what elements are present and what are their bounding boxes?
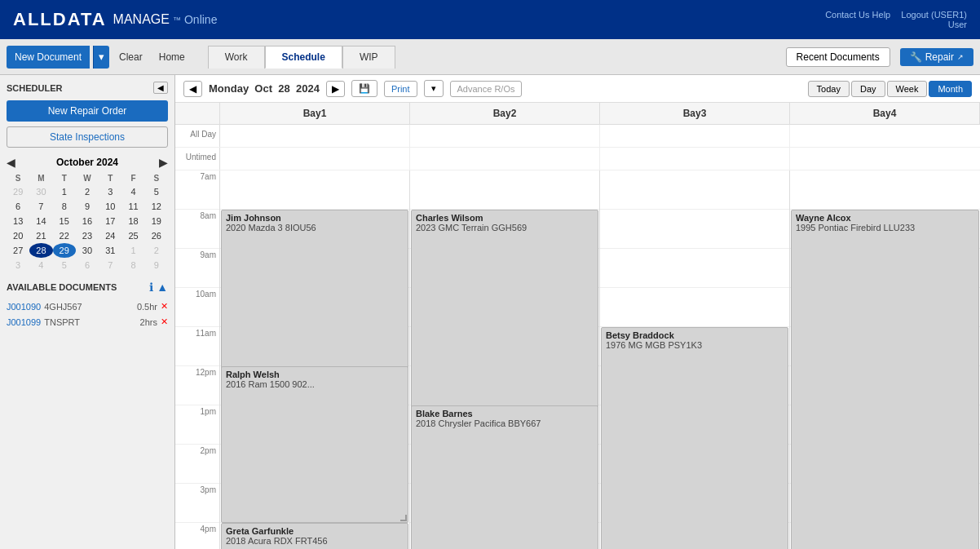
cal-prev-button[interactable]: ◀: [7, 156, 15, 169]
cal-day-cell[interactable]: 30: [76, 243, 99, 258]
repair-button[interactable]: 🔧 Repair ↗: [900, 48, 973, 66]
doc-id-link[interactable]: J001090: [7, 302, 41, 312]
advance-ros-button[interactable]: Advance R/Os: [450, 81, 523, 97]
untimed-bay2[interactable]: [410, 148, 600, 170]
schedule-prev-button[interactable]: ◀: [183, 81, 202, 97]
bay-time-slot[interactable]: [790, 170, 980, 210]
appointment-block[interactable]: Betsy Braddock 1976 MG MGB PSY1K3: [601, 327, 788, 549]
cal-day-cell[interactable]: 18: [121, 214, 144, 228]
cal-day-cell[interactable]: 25: [121, 228, 144, 243]
cal-next-button[interactable]: ▶: [159, 156, 168, 169]
cal-day-cell[interactable]: 19: [145, 214, 168, 228]
bay-time-slot[interactable]: [220, 170, 409, 210]
avail-docs-expand-button[interactable]: ▲: [157, 281, 168, 294]
cal-day-cell[interactable]: 13: [7, 214, 29, 228]
cal-day-cell[interactable]: 9: [145, 258, 168, 272]
cal-day-cell[interactable]: 2: [145, 243, 168, 258]
cal-day-cell[interactable]: 26: [145, 228, 168, 243]
new-repair-order-button[interactable]: New Repair Order: [7, 100, 168, 122]
cal-day-cell[interactable]: 2: [76, 184, 99, 199]
clear-button[interactable]: Clear: [113, 51, 149, 63]
schedule-next-button[interactable]: ▶: [326, 81, 345, 97]
tab-schedule[interactable]: Schedule: [265, 46, 342, 69]
untimed-bay3[interactable]: [600, 148, 790, 170]
cal-day-cell[interactable]: 7: [29, 199, 52, 214]
view-week-button[interactable]: Week: [887, 81, 928, 97]
bay-time-slot[interactable]: [600, 249, 789, 288]
all-day-bay3[interactable]: [600, 125, 790, 147]
doc-delete-button[interactable]: ✕: [161, 301, 168, 312]
all-day-bay1[interactable]: [220, 125, 410, 147]
untimed-bay1[interactable]: [220, 148, 410, 170]
cal-day-cell[interactable]: 20: [7, 228, 29, 243]
bay-time-slot[interactable]: [600, 288, 789, 327]
cal-day-cell[interactable]: 3: [99, 184, 121, 199]
bay-column-1[interactable]: Jim Johnson 2020 Mazda 3 8IOU56 Ralph We…: [220, 170, 410, 549]
cal-day-cell[interactable]: 23: [76, 228, 99, 243]
cal-day-cell[interactable]: 28: [29, 243, 52, 258]
bay-column-4[interactable]: Wayne Alcox 1995 Pontiac Firebird LLU233: [790, 170, 980, 549]
tab-work[interactable]: Work: [208, 46, 265, 69]
cal-day-cell[interactable]: 29: [53, 243, 76, 258]
view-today-button[interactable]: Today: [808, 81, 850, 97]
bay-time-slot[interactable]: [600, 170, 789, 210]
appointment-block[interactable]: Greta Garfunkle 2018 Acura RDX FRT456: [221, 523, 408, 549]
logout-link[interactable]: Logout (USER1): [901, 10, 967, 20]
cal-day-cell[interactable]: 1: [53, 184, 76, 199]
appointment-block[interactable]: Wayne Alcox 1995 Pontiac Firebird LLU233: [791, 210, 979, 549]
cal-day-cell[interactable]: 22: [53, 228, 76, 243]
cal-day-cell[interactable]: 4: [29, 258, 52, 272]
schedule-dropdown-button[interactable]: ▾: [424, 80, 444, 97]
new-document-dropdown[interactable]: ▾: [93, 46, 109, 69]
header-links[interactable]: Contact Us Help Logout (USER1): [825, 10, 967, 20]
cal-day-cell[interactable]: 8: [53, 199, 76, 214]
appointment-block[interactable]: Blake Barnes 2018 Chrysler Pacifica BBY6…: [411, 405, 598, 549]
state-inspections-button[interactable]: State Inspections: [7, 126, 168, 148]
new-document-button[interactable]: New Document: [7, 46, 90, 69]
bay-time-slot[interactable]: [410, 170, 599, 210]
appointment-block[interactable]: Ralph Welsh 2016 Ram 1500 902...: [221, 366, 408, 523]
cal-day-cell[interactable]: 7: [99, 258, 121, 272]
cal-day-cell[interactable]: 1: [121, 243, 144, 258]
cal-day-cell[interactable]: 30: [29, 184, 52, 199]
cal-day-cell[interactable]: 31: [99, 243, 121, 258]
view-month-button[interactable]: Month: [929, 81, 972, 97]
cal-day-cell[interactable]: 6: [76, 258, 99, 272]
cal-day-cell[interactable]: 4: [121, 184, 144, 199]
all-day-bay2[interactable]: [410, 125, 600, 147]
bay-column-2[interactable]: Charles Wilsom 2023 GMC Terrain GGH569 B…: [410, 170, 600, 549]
home-button[interactable]: Home: [152, 51, 192, 63]
appt-resize-handle[interactable]: [400, 515, 407, 521]
cal-day-cell[interactable]: 24: [99, 228, 121, 243]
avail-docs-info-button[interactable]: ℹ: [149, 281, 153, 294]
cal-day-cell[interactable]: 10: [99, 199, 121, 214]
sidebar-collapse-button[interactable]: ◀: [153, 82, 168, 94]
all-day-bay4[interactable]: [790, 125, 980, 147]
cal-day-cell[interactable]: 12: [145, 199, 168, 214]
contact-help-link[interactable]: Contact Us Help: [825, 10, 890, 20]
doc-delete-button[interactable]: ✕: [161, 317, 168, 327]
cal-day-cell[interactable]: 5: [145, 184, 168, 199]
bay-column-3[interactable]: Betsy Braddock 1976 MG MGB PSY1K3: [600, 170, 790, 549]
cal-day-cell[interactable]: 15: [53, 214, 76, 228]
cal-day-cell[interactable]: 21: [29, 228, 52, 243]
untimed-bay4[interactable]: [790, 148, 980, 170]
view-day-button[interactable]: Day: [851, 81, 885, 97]
doc-id-link[interactable]: J001099: [7, 317, 41, 327]
cal-day-cell[interactable]: 14: [29, 214, 52, 228]
cal-day-cell[interactable]: 8: [121, 258, 144, 272]
schedule-save-button[interactable]: 💾: [351, 80, 377, 97]
cal-day-cell[interactable]: 9: [76, 199, 99, 214]
cal-day-cell[interactable]: 17: [99, 214, 121, 228]
recent-documents-button[interactable]: Recent Documents: [786, 47, 890, 67]
tab-wip[interactable]: WIP: [342, 46, 395, 69]
cal-day-cell[interactable]: 11: [121, 199, 144, 214]
cal-day-cell[interactable]: 29: [7, 184, 29, 199]
schedule-print-button[interactable]: Print: [384, 81, 417, 97]
cal-day-cell[interactable]: 27: [7, 243, 29, 258]
cal-day-cell[interactable]: 16: [76, 214, 99, 228]
bay-time-slot[interactable]: [600, 210, 789, 249]
cal-day-cell[interactable]: 3: [7, 258, 29, 272]
cal-day-cell[interactable]: 6: [7, 199, 29, 214]
cal-day-cell[interactable]: 5: [53, 258, 76, 272]
